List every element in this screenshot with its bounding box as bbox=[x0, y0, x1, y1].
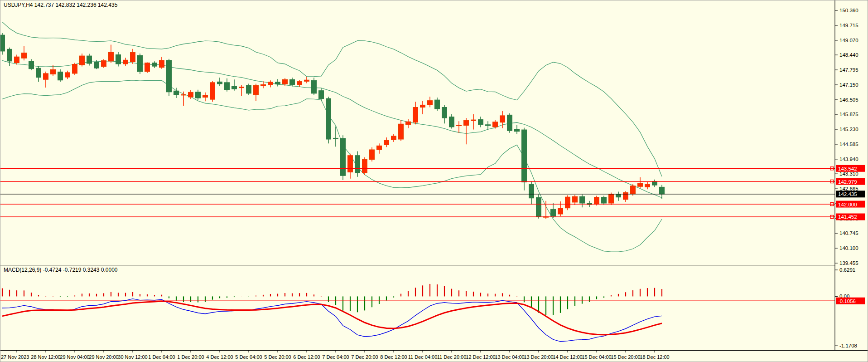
candle-body bbox=[217, 82, 222, 84]
price-axis-tick-label: 149.070 bbox=[839, 38, 858, 43]
candle-body bbox=[391, 136, 396, 140]
candle-body bbox=[101, 60, 106, 66]
candle-body bbox=[565, 197, 570, 208]
candle-body bbox=[341, 138, 346, 176]
candle-body bbox=[181, 94, 186, 95]
candle-body bbox=[631, 186, 636, 194]
candle-body bbox=[159, 60, 164, 68]
candle-body bbox=[420, 105, 425, 107]
candle-body bbox=[87, 56, 92, 64]
candle-body bbox=[457, 125, 462, 126]
time-axis-label: 6 Dec 12:00 bbox=[293, 354, 320, 360]
time-axis-label: 7 Dec 04:00 bbox=[322, 354, 349, 360]
candle-body bbox=[609, 194, 614, 203]
current-price-badge-text: 142.435 bbox=[838, 191, 857, 197]
candle-body bbox=[188, 92, 193, 97]
time-axis-label: 13 Dec 04:00 bbox=[495, 354, 524, 360]
candle-body bbox=[449, 117, 454, 127]
time-axis-label: 4 Dec 12:00 bbox=[206, 354, 233, 360]
time-axis-label: 27 Nov 2023 bbox=[1, 354, 29, 360]
candle-body bbox=[638, 183, 643, 186]
candle-body bbox=[246, 85, 251, 93]
candle-body bbox=[580, 196, 585, 203]
time-axis-label: 18 Dec 12:00 bbox=[640, 354, 669, 360]
candle-body bbox=[428, 101, 433, 105]
candle-body bbox=[239, 87, 244, 88]
candle-body bbox=[442, 108, 447, 118]
candle-body bbox=[507, 115, 512, 131]
time-axis-label: 13 Dec 20:00 bbox=[524, 354, 553, 360]
candle-body bbox=[616, 194, 621, 197]
candle-body bbox=[58, 72, 63, 80]
time-axis-label: 28 Nov 12:00 bbox=[31, 354, 60, 360]
candle-body bbox=[333, 138, 338, 139]
candle-body bbox=[268, 82, 273, 85]
candle-body bbox=[377, 146, 382, 150]
candle-body bbox=[14, 57, 19, 63]
candle-body bbox=[652, 181, 657, 185]
candle-body bbox=[551, 209, 556, 216]
time-axis-label: 11 Dec 04:00 bbox=[408, 354, 438, 360]
candle-body bbox=[80, 56, 85, 65]
candle-body bbox=[210, 83, 215, 99]
candle-body bbox=[72, 64, 77, 73]
candle-body bbox=[7, 49, 12, 61]
candle-body bbox=[94, 62, 99, 68]
candle-body bbox=[312, 80, 317, 93]
time-axis-label: 29 Nov 04:00 bbox=[60, 354, 89, 360]
price-axis-tick-label: 148.440 bbox=[839, 52, 858, 58]
candle-body bbox=[254, 85, 259, 94]
price-axis-tick-label: 145.230 bbox=[839, 127, 858, 132]
candle-body bbox=[362, 159, 367, 173]
candle-body bbox=[515, 129, 520, 132]
candle-body bbox=[326, 98, 331, 139]
time-axis-label: 15 Dec 04:00 bbox=[582, 354, 611, 360]
time-axis-label: 14 Dec 12:00 bbox=[553, 354, 582, 360]
candle-body bbox=[167, 60, 172, 92]
candle-body bbox=[529, 184, 534, 198]
candle-body bbox=[384, 140, 389, 145]
time-axis-label: 8 Dec 12:00 bbox=[380, 354, 407, 360]
candle-body bbox=[319, 91, 324, 99]
candle-body bbox=[297, 81, 302, 84]
price-level-badge-text: 142.979 bbox=[838, 179, 857, 185]
candle-body bbox=[261, 84, 266, 86]
candle-body bbox=[145, 63, 150, 71]
price-axis-tick-label: 145.875 bbox=[839, 112, 858, 117]
candle-body bbox=[558, 208, 563, 214]
price-axis-tick-label: 143.940 bbox=[839, 157, 858, 162]
candle-body bbox=[22, 53, 27, 58]
price-axis-tick-label: 144.585 bbox=[839, 142, 858, 147]
price-level-badge-text: 143.542 bbox=[838, 166, 857, 171]
candle-body bbox=[478, 120, 483, 125]
time-axis-label: 1 Dec 20:00 bbox=[177, 354, 204, 360]
price-axis-tick-label: 149.715 bbox=[839, 23, 858, 28]
candle-body bbox=[355, 156, 360, 173]
price-axis-tick-label: 150.360 bbox=[839, 8, 858, 13]
candle-body bbox=[203, 95, 208, 98]
price-axis-tick-label: 146.505 bbox=[839, 97, 858, 103]
macd-axis-tick-label: 0.6291 bbox=[839, 267, 855, 273]
candlestick-chart-canvas[interactable]: 150.360149.715149.070148.440147.795147.1… bbox=[0, 0, 868, 362]
time-axis-label: 30 Nov 12:00 bbox=[118, 354, 147, 360]
candle-body bbox=[130, 52, 135, 62]
candle-body bbox=[152, 63, 157, 66]
candle-body bbox=[623, 192, 628, 199]
time-axis-label: 12 Dec 12:00 bbox=[466, 354, 495, 360]
candle-body bbox=[123, 60, 128, 64]
price-level-badge-text: 141.452 bbox=[838, 214, 857, 220]
price-axis-tick-label: 139.455 bbox=[839, 260, 858, 266]
candle-body bbox=[660, 187, 665, 194]
candle-body bbox=[493, 122, 498, 127]
candle-body bbox=[29, 61, 34, 69]
price-axis-tick-label: 140.100 bbox=[839, 245, 858, 251]
candle-body bbox=[196, 92, 201, 98]
time-axis-label: 7 Dec 20:00 bbox=[351, 354, 378, 360]
time-axis-label: 5 Dec 04:00 bbox=[235, 354, 262, 360]
candle-body bbox=[290, 79, 295, 84]
candle-body bbox=[471, 120, 476, 121]
candle-body bbox=[406, 122, 411, 125]
candle-body bbox=[0, 35, 5, 51]
candle-body bbox=[65, 73, 70, 77]
candle-body bbox=[225, 83, 230, 90]
